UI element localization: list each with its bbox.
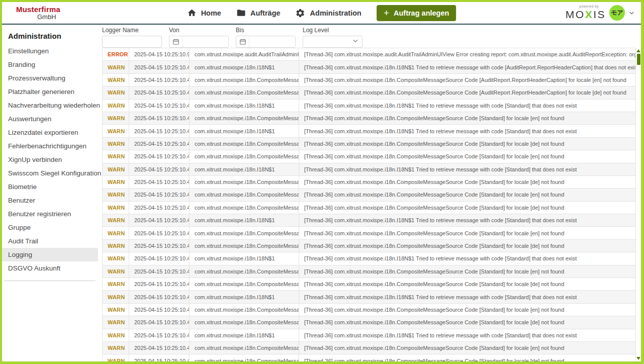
- log-level-cell: WARN: [103, 291, 129, 303]
- table-row[interactable]: WARN 2025-04-15 10:25:10.474 com.xitrust…: [103, 86, 636, 99]
- logger-name-input[interactable]: [102, 36, 162, 48]
- user-menu-chevron-icon[interactable]: [628, 10, 635, 16]
- log-timestamp-cell: 2025-04-15 10:25:10.471: [129, 112, 190, 124]
- log-logger-cell: com.xitrust.moxispe.i18n.I18N$1: [190, 252, 299, 265]
- user-avatar[interactable]: モア: [609, 5, 625, 21]
- log-logger-cell: com.xitrust.moxispe.i18n.I18N$1: [190, 99, 299, 112]
- table-row[interactable]: WARN 2025-04-15 10:25:10.468 com.xitrust…: [103, 175, 636, 188]
- table-scrollbar[interactable]: [636, 48, 641, 361]
- log-level-cell: WARN: [103, 99, 129, 112]
- log-timestamp-cell: 2025-04-15 10:25:10.468: [129, 163, 190, 175]
- table-row[interactable]: WARN 2025-04-15 10:25:10.463 com.xitrust…: [103, 252, 636, 265]
- table-row[interactable]: WARN 2025-04-15 10:25:10.469 com.xitrust…: [103, 150, 636, 163]
- log-logger-cell: com.xitrust.moxispe.i18n.CompositeMessag…: [190, 227, 299, 239]
- table-row[interactable]: WARN 2025-04-15 10:25:10.464 com.xitrust…: [103, 239, 636, 252]
- sidebar-item-einstellungen[interactable]: Einstellungen: [2, 44, 98, 58]
- scrollbar-thumb[interactable]: [637, 54, 640, 65]
- sidebar-item-logging[interactable]: Logging: [2, 248, 98, 261]
- log-message-cell: [Thread-36] com.xitrust.moxispe.i18n.Com…: [299, 201, 636, 214]
- table-row[interactable]: WARN 2025-04-15 10:25:10.464 com.xitrust…: [103, 227, 636, 239]
- log-table: ERROR 2025-04-15 10:25:10.989 com.xitrus…: [102, 48, 636, 361]
- log-logger-cell: com.xitrust.moxispe.i18n.CompositeMessag…: [190, 341, 299, 354]
- table-row[interactable]: WARN 2025-04-15 10:25:10.456 com.xitrust…: [103, 341, 636, 354]
- log-level-cell: WARN: [103, 354, 129, 361]
- bis-date-input[interactable]: [249, 36, 295, 47]
- table-row[interactable]: WARN 2025-04-15 10:25:10.468 com.xitrust…: [103, 163, 636, 175]
- sidebar-item-label: Lizenzdatei exportieren: [8, 129, 78, 136]
- sidebar-item-audit-trail[interactable]: Audit Trail: [2, 234, 98, 248]
- log-logger-cell: com.xitrust.moxispe.i18n.CompositeMessag…: [190, 150, 299, 163]
- sidebar-item-xignup-verbinden[interactable]: XignUp verbinden: [2, 153, 98, 166]
- sidebar-item-lizenzdatei-exportieren[interactable]: Lizenzdatei exportieren: [2, 126, 98, 139]
- log-timestamp-cell: 2025-04-15 10:25:10.459: [129, 316, 190, 329]
- sidebar-item-swisscom-siegel-konfiguration[interactable]: Swisscom Siegel Konfiguration: [2, 166, 98, 180]
- log-timestamp-cell: 2025-04-15 10:25:10.455: [129, 354, 190, 361]
- log-level-cell: WARN: [103, 252, 129, 265]
- sidebar-item-benutzer[interactable]: Benutzer: [2, 194, 98, 207]
- scrollbar-down-arrow-icon[interactable]: [636, 357, 640, 360]
- log-level-cell: WARN: [103, 73, 129, 86]
- sidebar-item-dsgvo-auskunft[interactable]: DSGVO Auskunft: [2, 261, 98, 275]
- log-level-cell: WARN: [103, 341, 129, 354]
- log-message-cell: [Thread-36] com.xitrust.moxispe.i18n.Com…: [299, 150, 636, 163]
- log-level-select[interactable]: [303, 36, 362, 48]
- sidebar-item-platzhalter-generieren[interactable]: Platzhalter generieren: [2, 85, 98, 99]
- user-avatar-label: モア: [611, 9, 623, 17]
- log-level-cell: WARN: [103, 214, 129, 227]
- log-timestamp-cell: 2025-04-15 10:25:10.469: [129, 150, 190, 163]
- table-row[interactable]: WARN 2025-04-15 10:25:10.470 com.xitrust…: [103, 137, 636, 150]
- table-row[interactable]: WARN 2025-04-15 10:25:10.461 com.xitrust…: [103, 291, 636, 303]
- sidebar-item-fehlerbenachrichtigungen[interactable]: Fehlerbenachrichtigungen: [2, 139, 98, 153]
- table-row[interactable]: WARN 2025-04-15 10:25:10.461 com.xitrust…: [103, 278, 636, 291]
- log-logger-cell: com.xitrust.moxispe.i18n.CompositeMessag…: [190, 239, 299, 252]
- table-row[interactable]: WARN 2025-04-15 10:25:10.459 com.xitrust…: [103, 316, 636, 329]
- table-row[interactable]: WARN 2025-04-15 10:25:10.457 com.xitrust…: [103, 329, 636, 341]
- nav-auftraege[interactable]: Aufträge: [236, 8, 281, 18]
- table-row[interactable]: WARN 2025-04-15 10:25:10.460 com.xitrust…: [103, 303, 636, 316]
- table-row[interactable]: WARN 2025-04-15 10:25:10.466 com.xitrust…: [103, 201, 636, 214]
- table-row[interactable]: WARN 2025-04-15 10:25:10.462 com.xitrust…: [103, 265, 636, 278]
- table-row[interactable]: WARN 2025-04-15 10:25:10.467 com.xitrust…: [103, 189, 636, 201]
- bis-calendar-icon[interactable]: [236, 36, 249, 47]
- log-logger-cell: com.xitrust.moxispe.i18n.CompositeMessag…: [190, 112, 299, 124]
- sidebar-item-auswertungen[interactable]: Auswertungen: [2, 112, 98, 126]
- log-message-cell: [Thread-36] com.xitrust.moxispe.i18n.Com…: [299, 239, 636, 252]
- nav-home[interactable]: Home: [187, 8, 221, 18]
- log-logger-cell: com.xitrust.moxispe.i18n.CompositeMessag…: [190, 316, 299, 329]
- sidebar-item-biometrie[interactable]: Biometrie: [2, 180, 98, 194]
- content-area: Administration Einstellungen Branding Pr…: [2, 25, 641, 361]
- von-calendar-icon[interactable]: [169, 36, 182, 47]
- von-date-field: [169, 36, 229, 48]
- scrollbar-up-arrow-icon[interactable]: [636, 49, 640, 52]
- sidebar-item-nachverarbeitung-wiederholen[interactable]: Nachverarbeitung wiederholen: [2, 99, 98, 112]
- sidebar-item-label: Biometrie: [8, 183, 37, 191]
- create-order-button[interactable]: + Auftrag anlegen: [377, 5, 456, 21]
- log-timestamp-cell: 2025-04-15 10:25:10.466: [129, 201, 190, 214]
- log-message-cell: [Thread-36] com.xitrust.moxispe.i18n.I18…: [299, 291, 636, 303]
- table-row[interactable]: ERROR 2025-04-15 10:25:10.989 com.xitrus…: [103, 48, 636, 61]
- table-row[interactable]: WARN 2025-04-15 10:25:10.475 com.xitrust…: [103, 73, 636, 86]
- log-message-cell: [Thread-36] com.xitrust.moxispe.i18n.Com…: [299, 175, 636, 188]
- sidebar-item-benutzer-registrieren[interactable]: Benutzer registrieren: [2, 207, 98, 221]
- table-row[interactable]: WARN 2025-04-15 10:25:10.455 com.xitrust…: [103, 354, 636, 361]
- table-row[interactable]: WARN 2025-04-15 10:25:10.471 com.xitrust…: [103, 112, 636, 124]
- sidebar-item-gruppe[interactable]: Gruppe: [2, 221, 98, 234]
- log-level-cell: WARN: [103, 189, 129, 201]
- table-row[interactable]: WARN 2025-04-15 10:25:10.472 com.xitrust…: [103, 99, 636, 112]
- sidebar-item-label: Gruppe: [8, 224, 31, 231]
- log-logger-cell: com.xitrust.moxispe.i18n.CompositeMessag…: [190, 86, 299, 99]
- company-logo[interactable]: Musterfirma GmbH: [16, 6, 60, 20]
- sidebar-item-branding[interactable]: Branding: [2, 58, 98, 71]
- nav-administration[interactable]: Administration: [296, 8, 361, 18]
- log-timestamp-cell: 2025-04-15 10:25:10.456: [129, 341, 190, 354]
- sidebar-item-prozessverwaltung[interactable]: Prozessverwaltung: [2, 71, 98, 85]
- table-row[interactable]: WARN 2025-04-15 10:25:10.476 com.xitrust…: [103, 61, 636, 73]
- sidebar-item-label: Benutzer registrieren: [8, 210, 71, 218]
- von-date-input[interactable]: [182, 36, 228, 47]
- table-row[interactable]: WARN 2025-04-15 10:25:10.465 com.xitrust…: [103, 214, 636, 227]
- table-row[interactable]: WARN 2025-04-15 10:25:10.470 com.xitrust…: [103, 125, 636, 137]
- sidebar-item-label: Branding: [8, 61, 35, 68]
- log-logger-cell: com.xitrust.moxispe.i18n.I18N$1: [190, 214, 299, 227]
- log-timestamp-cell: 2025-04-15 10:25:10.464: [129, 239, 190, 252]
- log-logger-cell: com.xitrust.moxispe.i18n.I18N$1: [190, 291, 299, 303]
